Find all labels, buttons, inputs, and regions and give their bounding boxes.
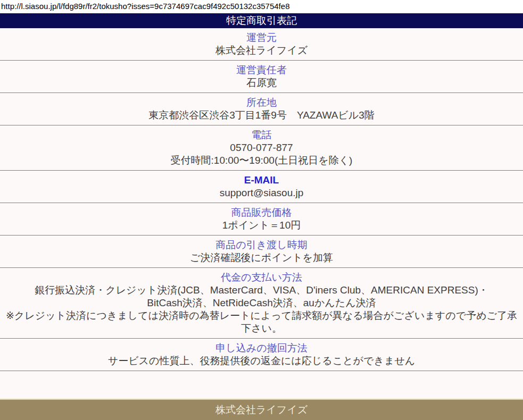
info-row-line: 受付時間:10:00〜19:00(土日祝日を除く) xyxy=(4,154,519,167)
info-row-label: 運営元 xyxy=(4,31,519,44)
info-row-line: 0570-077-877 xyxy=(4,141,519,154)
info-row-label: 申し込みの撤回方法 xyxy=(4,342,519,355)
info-row-label: 代金の支払い方法 xyxy=(4,271,519,284)
info-row: 運営責任者 石原寛 xyxy=(0,61,523,93)
info-row-label: 商品販売価格 xyxy=(4,206,519,219)
info-table: 運営元 株式会社ライフイズ 運営責任者 石原寛 所在地 東京都渋谷区渋谷3丁目1… xyxy=(0,28,523,371)
info-row-line: ご決済確認後にポイントを加算 xyxy=(4,251,519,264)
pre-footer-spacer xyxy=(0,371,523,399)
info-row-line: BitCash決済、NetRideCash決済、auかんたん決済 xyxy=(4,297,519,309)
page-url-text: http://l.siasou.jp/l/fdg89r/fr2/tokusho?… xyxy=(0,0,523,13)
info-row-line: 株式会社ライフイズ xyxy=(4,44,519,57)
tokusho-page: http://l.siasou.jp/l/fdg89r/fr2/tokusho?… xyxy=(0,0,523,420)
page-title-bar: 特定商取引表記 xyxy=(0,13,523,28)
info-row: 所在地 東京都渋谷区渋谷3丁目1番9号 YAZAWAビル3階 xyxy=(0,93,523,125)
info-row: 商品販売価格 1ポイント＝10円 xyxy=(0,203,523,236)
info-row: 電話 0570-077-877受付時間:10:00〜19:00(土日祝日を除く) xyxy=(0,125,523,171)
info-row-label: 商品の引き渡し時期 xyxy=(4,239,519,251)
info-row-label: 運営責任者 xyxy=(4,64,519,77)
footer-company-name: 株式会社ライフイズ xyxy=(215,404,308,415)
info-row: 運営元 株式会社ライフイズ xyxy=(0,28,523,61)
info-row-line: 1ポイント＝10円 xyxy=(4,219,519,232)
info-row-line: support@siasou.jp xyxy=(4,187,519,199)
info-row-line: サービスの性質上、役務提供後の返金には応じることができません xyxy=(4,355,519,367)
info-row: 商品の引き渡し時期 ご決済確認後にポイントを加算 xyxy=(0,236,523,268)
page-title: 特定商取引表記 xyxy=(226,15,297,26)
info-row-line: 石原寛 xyxy=(4,77,519,89)
info-row-label: E-MAIL xyxy=(4,174,519,187)
info-row-line: 銀行振込決済・クレジット決済(JCB、MasterCard、VISA、D'ine… xyxy=(4,284,519,297)
info-row: 申し込みの撤回方法 サービスの性質上、役務提供後の返金には応じることができません xyxy=(0,339,523,371)
footer-bar: 株式会社ライフイズ xyxy=(0,399,523,420)
info-row: E-MAIL support@siasou.jp xyxy=(0,171,523,203)
info-row-line: 東京都渋谷区渋谷3丁目1番9号 YAZAWAビル3階 xyxy=(4,109,519,122)
info-row-line: ※クレジット決済につきましては決済時の為替レートによって請求額が異なる場合がござ… xyxy=(4,309,519,335)
info-row: 代金の支払い方法 銀行振込決済・クレジット決済(JCB、MasterCard、V… xyxy=(0,268,523,339)
info-row-label: 所在地 xyxy=(4,96,519,109)
info-row-label: 電話 xyxy=(4,129,519,141)
